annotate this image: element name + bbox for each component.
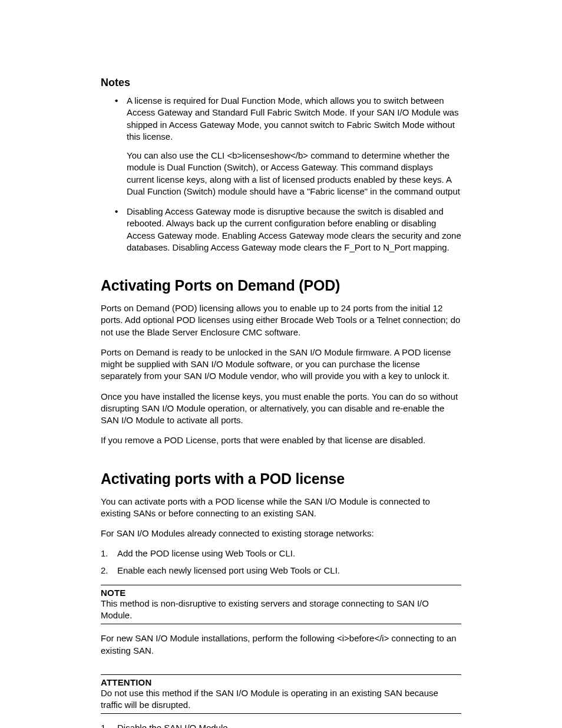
pod-para-1: Ports on Demand (POD) licensing allows y…	[101, 302, 461, 338]
activating-list-2: Disable the SAN I/O Module. NOTE If Secu…	[101, 722, 461, 728]
activating-line2: For SAN I/O Modules already connected to…	[101, 528, 461, 539]
activating-list2-item-1: Disable the SAN I/O Module. NOTE If Secu…	[101, 722, 461, 728]
activating-list1-item-1: Add the POD license using Web Tools or C…	[101, 548, 461, 559]
notes-bullet-2-para-1: Disabling Access Gateway mode is disrupt…	[127, 206, 461, 253]
activating-list2-item1-text: Disable the SAN I/O Module.	[117, 723, 230, 728]
pod-heading: Activating Ports on Demand (POD)	[101, 277, 461, 294]
notes-bullet-1-para-2: You can also use the CLI <b>licenseshow<…	[127, 150, 461, 197]
activating-list-1: Add the POD license using Web Tools or C…	[101, 548, 461, 577]
pod-para-2: Ports on Demand is ready to be unlocked …	[101, 347, 461, 383]
notes-bullet-list: A license is required for Dual Function …	[115, 95, 461, 253]
activating-line3: For new SAN I/O Module installations, pe…	[101, 633, 461, 657]
note-label: NOTE	[101, 588, 461, 598]
attention-box: ATTENTION Do not use this method if the …	[101, 674, 461, 714]
notes-bullet-1-para-1: A license is required for Dual Function …	[127, 95, 461, 143]
activating-list1-item-2: Enable each newly licensed port using We…	[101, 565, 461, 577]
notes-heading: Notes	[101, 77, 461, 89]
note-box-1: NOTE This method is non-disruptive to ex…	[101, 585, 461, 625]
attention-text: Do not use this method if the SAN I/O Mo…	[101, 687, 461, 711]
notes-bullet-1: A license is required for Dual Function …	[115, 95, 461, 197]
note-text: This method is non-disruptive to existin…	[101, 598, 461, 622]
document-page: Notes A license is required for Dual Fun…	[51, 0, 511, 728]
pod-para-4: If you remove a POD License, ports that …	[101, 434, 461, 446]
attention-label: ATTENTION	[101, 677, 461, 687]
notes-bullet-2: Disabling Access Gateway mode is disrupt…	[115, 206, 461, 253]
pod-para-3: Once you have installed the license keys…	[101, 391, 461, 427]
activating-heading: Activating ports with a POD license	[101, 470, 461, 487]
activating-intro: You can activate ports with a POD licens…	[101, 496, 461, 520]
